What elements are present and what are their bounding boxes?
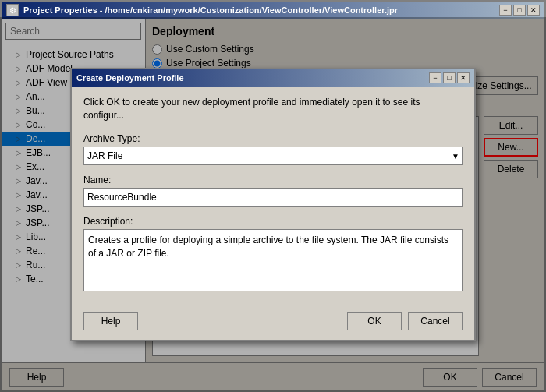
modal-footer: Help OK Cancel [72,312,474,340]
modal-title: Create Deployment Profile [76,73,184,83]
description-label-text: Description: [83,216,133,227]
window-title: Project Properties - /home/cnkiran/mywor… [23,5,398,15]
modal-restore-button[interactable]: □ [443,72,456,83]
create-deployment-profile-dialog: Create Deployment Profile − □ ✕ Click OK… [70,68,476,341]
archive-type-select[interactable]: JAR File WAR File EAR File MAR File [83,147,463,165]
modal-ok-button[interactable]: OK [347,312,402,330]
modal-title-bar: Create Deployment Profile − □ ✕ [72,69,474,87]
archive-type-wrapper: JAR File WAR File EAR File MAR File ▼ [83,147,463,165]
close-button[interactable]: ✕ [527,5,540,16]
app-icon: ⚙ [6,4,19,16]
modal-help-button[interactable]: Help [83,312,138,330]
minimize-button[interactable]: − [499,5,512,16]
modal-footer-right: OK Cancel [347,312,463,330]
modal-minimize-button[interactable]: − [429,72,441,83]
modal-close-button[interactable]: ✕ [457,72,470,83]
restore-button[interactable]: □ [513,5,526,16]
modal-overlay: Create Deployment Profile − □ ✕ Click OK… [0,17,546,392]
modal-cancel-button[interactable]: Cancel [408,312,463,330]
description-label: Description: [83,216,463,227]
description-area: Creates a profile for deploying a simple… [83,229,463,291]
name-label: Name: [83,175,463,185]
name-label-text: Name: [83,175,111,185]
archive-type-label: Archive Type: [83,133,463,144]
modal-description: Click OK to create your new deployment p… [83,96,463,122]
name-input[interactable] [83,188,463,207]
title-bar: ⚙ Project Properties - /home/cnkiran/myw… [2,2,544,19]
modal-controls: − □ ✕ [429,72,470,83]
title-bar-controls: − □ ✕ [499,5,540,16]
archive-type-label-text: Archive Type: [83,133,140,144]
title-bar-left: ⚙ Project Properties - /home/cnkiran/myw… [6,4,398,16]
modal-body: Click OK to create your new deployment p… [72,87,474,312]
